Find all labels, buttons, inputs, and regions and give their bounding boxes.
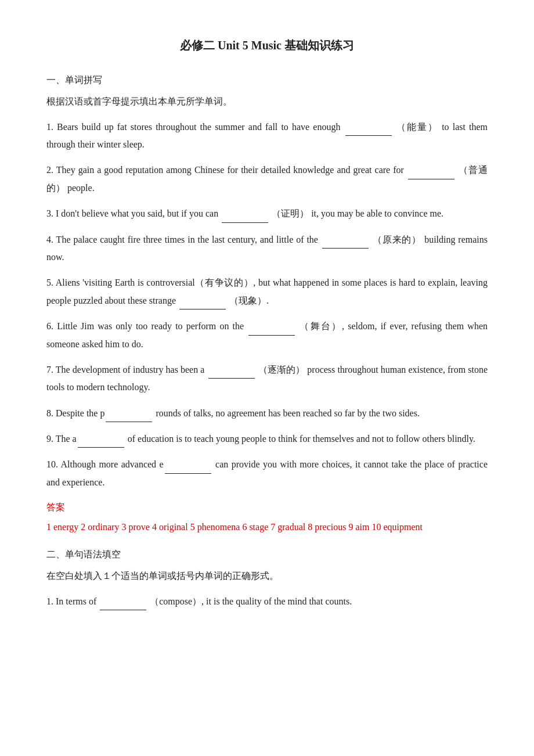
q3-text: I don't believe what you said, but if yo… [56, 208, 443, 218]
q4-num: 4. [46, 235, 56, 244]
answer-label: 答案 [46, 499, 488, 516]
question-3: 3. I don't believe what you said, but if… [46, 205, 488, 222]
question-8: 8. Despite the p rounds of talks, no agr… [46, 405, 488, 422]
question-7: 7. The development of industry has been … [46, 361, 488, 397]
q6-num: 6. [46, 321, 57, 331]
q7-num: 7. [46, 365, 56, 375]
q6-text: Little Jim was only too ready to perform… [46, 321, 488, 348]
q5-text: Aliens 'visiting Earth is controversial（… [46, 278, 488, 305]
question-2: 2. They gain a good reputation among Chi… [46, 161, 488, 197]
q1-num: 1. [46, 122, 57, 132]
title-prefix: 必修二 [180, 39, 215, 52]
question-6: 6. Little Jim was only too ready to perf… [46, 318, 488, 353]
title-en: Unit 5 Music [218, 39, 284, 52]
s2-question-1: 1. In terms of （compose）, it is the qual… [46, 593, 488, 610]
q8-text: Despite the p rounds of talks, no agreem… [56, 408, 420, 418]
section2-instruction: 在空白处填入１个适当的单词或括号内单词的正确形式。 [46, 568, 488, 585]
question-10: 10. Although more advanced e can provide… [46, 456, 488, 491]
answer-section: 答案 1 energy 2 ordinary 3 prove 4 origina… [46, 499, 488, 536]
q2-num: 2. [46, 165, 56, 175]
title-suffix: 基础知识练习 [284, 39, 354, 52]
q2-text: They gain a good reputation among Chines… [46, 165, 488, 192]
q5-num: 5. [46, 278, 56, 287]
question-4: 4. The palace caught fire three times in… [46, 231, 488, 267]
q1-text-before: Bears build up fat stores throughout the… [46, 122, 488, 149]
page-title: 必修二 Unit 5 Music 基础知识练习 [46, 35, 488, 56]
q3-num: 3. [46, 208, 56, 218]
q10-num: 10. [46, 459, 61, 469]
section1-header: 一、单词拼写 [46, 72, 488, 89]
section2-header: 二、单句语法填空 [46, 546, 488, 563]
s2-q1-text: In terms of （compose）, it is the quality… [56, 596, 352, 606]
q10-text: Although more advanced e can provide you… [46, 459, 488, 487]
s2-q1-num: 1. [46, 596, 56, 606]
q9-text: The a of education is to teach young peo… [56, 434, 475, 444]
section1-instruction: 根据汉语或首字母提示填出本单元所学单词。 [46, 93, 488, 110]
q9-num: 9. [46, 434, 56, 444]
question-1: 1. Bears build up fat stores throughout … [46, 118, 488, 154]
question-5: 5. Aliens 'visiting Earth is controversi… [46, 274, 488, 309]
q8-num: 8. [46, 408, 56, 418]
answer-content: 1 energy 2 ordinary 3 prove 4 original 5… [46, 519, 488, 536]
q4-text: The palace caught fire three times in th… [46, 235, 488, 262]
question-9: 9. The a of education is to teach young … [46, 430, 488, 448]
q7-text: The development of industry has been a （… [46, 365, 488, 392]
